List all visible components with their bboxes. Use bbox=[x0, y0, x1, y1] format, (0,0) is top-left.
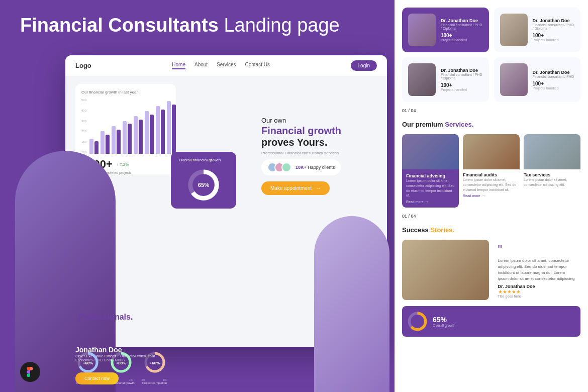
success-section-title: Success Stories. bbox=[402, 226, 580, 234]
consultant-card-3: Dr. Jonathan Doe Financial consultant / … bbox=[402, 57, 489, 102]
service-desc-1: Lorem ipsum dolor sit amet, consectetur … bbox=[406, 178, 455, 198]
donut-chart: 65% bbox=[186, 167, 221, 203]
consultant-projects-2: 100+ bbox=[533, 33, 575, 38]
clients-row: 10K+ Happy clients bbox=[261, 159, 341, 175]
service-overlay-1: Financial advising Lorem ipsum dolor sit… bbox=[402, 169, 459, 208]
service-image-2 bbox=[463, 134, 520, 169]
service-info-3: Tax services Lorem ipsum dolor sit amet,… bbox=[524, 169, 580, 190]
login-button[interactable]: Login bbox=[351, 60, 377, 71]
consultant-projects-label-1: Projects handled bbox=[441, 38, 483, 42]
gauge-label-3: Project completion bbox=[142, 381, 167, 384]
chart-y-labels: 500 400 300 200 150 100 bbox=[81, 99, 86, 154]
consultant-projects-3: 100+ bbox=[441, 82, 483, 88]
service-image-1 bbox=[402, 134, 459, 169]
growth-card-title: Overall financial growth bbox=[179, 158, 228, 162]
svg-text:+80%: +80% bbox=[116, 361, 127, 365]
consultant-info-1: Dr. Jonathan Doe Financial consultant / … bbox=[441, 18, 483, 42]
left-panel: Financial Consultants Landing page Logo … bbox=[0, 0, 395, 392]
consultant-info-2: Dr. Jonathan Doe Financial consultant / … bbox=[533, 18, 575, 42]
service-card-3: Tax services Lorem ipsum dolor sit amet,… bbox=[524, 134, 580, 208]
nav-contact[interactable]: Contact Us bbox=[245, 62, 270, 69]
read-more-2[interactable]: Read more → bbox=[463, 194, 520, 198]
quote-card: " Lorem ipsum dolor sit amet, consectetu… bbox=[494, 240, 581, 302]
services-section-title: Our premium Services. bbox=[402, 121, 580, 128]
service-card-1: Financial advising Lorem ipsum dolor sit… bbox=[402, 134, 459, 208]
gauge-chart-1: +68% bbox=[75, 350, 101, 375]
consultant-role-3: Financial consultant / PHD / Diploma bbox=[441, 73, 483, 80]
nav-services[interactable]: Services bbox=[217, 62, 236, 69]
header: Financial Consultants Landing page bbox=[0, 0, 395, 46]
browser-nav: Logo Home About Services Contact Us Logi… bbox=[65, 55, 387, 76]
avatar-stack bbox=[267, 162, 291, 172]
nav-links: Home About Services Contact Us bbox=[102, 62, 341, 69]
mini-gauge-chart bbox=[406, 310, 429, 333]
pagination-1: 01 / 04 bbox=[402, 108, 580, 113]
nav-home[interactable]: Home bbox=[172, 62, 185, 69]
pagination-2: 01 / 04 bbox=[402, 214, 580, 219]
success-grid: " Lorem ipsum dolor sit amet, consectetu… bbox=[402, 240, 580, 302]
consultant-avatar-2 bbox=[500, 14, 528, 46]
consultant-name-3: Dr. Jonathan Doe bbox=[441, 68, 483, 73]
success-section: Success Stories. " Lorem ipsum dolor sit… bbox=[402, 226, 580, 337]
gauge-3: +68% 00100 Project completion bbox=[142, 350, 167, 384]
consultant-grid: Dr. Jonathan Doe Financial consultant / … bbox=[402, 8, 580, 102]
consultant-avatar-3 bbox=[408, 63, 436, 96]
read-more-1[interactable]: Read more → bbox=[406, 200, 455, 204]
quote-author: Dr. Jonathan Doe bbox=[498, 284, 577, 289]
stat-change: ↑ 7.2% bbox=[117, 162, 129, 167]
quote-text: Lorem ipsum dolor sit amet, consectetur … bbox=[498, 258, 577, 282]
service-desc-2: Lorem ipsum dolor sit amet, consectetur … bbox=[463, 177, 520, 192]
gauge-chart-3: +68% bbox=[142, 350, 167, 375]
consultant-projects-1: 100+ bbox=[441, 33, 483, 38]
person-right-placeholder bbox=[314, 216, 389, 392]
page-title: Financial Consultants Landing page bbox=[20, 15, 374, 36]
appointment-button[interactable]: Make appointment → bbox=[261, 181, 330, 195]
service-name-2: Financial audits bbox=[463, 172, 520, 177]
avatar-3 bbox=[281, 162, 291, 172]
chart-bars bbox=[89, 99, 176, 154]
consultant-info-3: Dr. Jonathan Doe Financial consultant / … bbox=[441, 68, 483, 91]
donut-label: 65% bbox=[198, 182, 210, 188]
service-name-1: Financial advising bbox=[406, 173, 455, 178]
quote-mark: " bbox=[498, 244, 577, 256]
svg-text:+68%: +68% bbox=[149, 361, 160, 365]
hero-text: Our own Financial growth proves Yours. P… bbox=[261, 117, 377, 195]
success-image bbox=[402, 240, 489, 300]
growth-card: Overall financial growth 65% bbox=[171, 152, 236, 209]
consultant-card-2: Dr. Jonathan Doe Financial consultant / … bbox=[494, 8, 581, 52]
consultant-card-1: Dr. Jonathan Doe Financial consultant / … bbox=[402, 8, 489, 52]
professionals-text: Professionals. bbox=[78, 313, 133, 322]
hero-main: Financial growth proves Yours. bbox=[261, 125, 377, 148]
hero-tagline: Professional Financial consultancy servi… bbox=[261, 151, 377, 155]
consultant-projects-4: 100+ bbox=[533, 81, 575, 86]
quote-author-title: Title goes here bbox=[498, 295, 577, 298]
donut-container: 65% bbox=[179, 167, 228, 203]
right-panel: Dr. Jonathan Doe Financial consultant / … bbox=[395, 0, 588, 392]
service-desc-3: Lorem ipsum dolor sit amet, consectetur … bbox=[524, 177, 580, 187]
hero-sub: Our own bbox=[261, 117, 377, 124]
contact-button[interactable]: Contact now bbox=[75, 372, 119, 384]
consultant-role-1: Financial consultant / PHD / Diploma bbox=[441, 23, 483, 30]
nav-about[interactable]: About bbox=[194, 62, 208, 69]
consultant-role-2: Financial consultant / PHD / Diploma bbox=[533, 23, 575, 30]
services-grid: Financial advising Lorem ipsum dolor sit… bbox=[402, 134, 580, 208]
mini-gauge-info: 65% Overall growth bbox=[433, 316, 455, 327]
consultant-name-2: Dr. Jonathan Doe bbox=[533, 18, 575, 23]
consultant-role-4: Financial consultant / PHD bbox=[533, 75, 575, 78]
clients-text: 10K+ Happy clients bbox=[296, 165, 335, 170]
consultant-projects-label-2: Projects handled bbox=[533, 38, 575, 42]
svg-text:+68%: +68% bbox=[83, 361, 93, 365]
consultant-projects-label-3: Projects handled bbox=[441, 88, 483, 91]
figma-icon bbox=[20, 362, 40, 382]
mini-gauge-label: Overall growth bbox=[433, 324, 455, 327]
consultant-name-1: Dr. Jonathan Doe bbox=[441, 18, 483, 23]
consultant-avatar-1 bbox=[408, 14, 436, 46]
chart-title: Our financial growth in last year bbox=[81, 90, 170, 94]
stars: ★★★★★ bbox=[498, 289, 577, 295]
consultant-card-4: Dr. Jonathan Doe Financial consultant / … bbox=[494, 57, 581, 102]
logo: Logo bbox=[75, 62, 91, 69]
service-card-2: Financial audits Lorem ipsum dolor sit a… bbox=[463, 134, 520, 208]
service-info-2: Financial audits Lorem ipsum dolor sit a… bbox=[463, 169, 520, 201]
mini-gauge-card: 65% Overall growth bbox=[402, 306, 580, 337]
service-image-3 bbox=[524, 134, 580, 169]
